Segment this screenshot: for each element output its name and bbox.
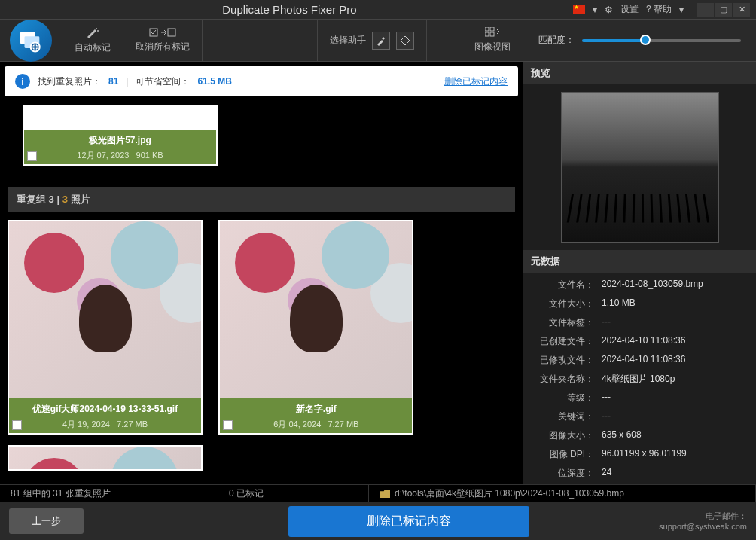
photo-thumbnail [220,221,412,398]
info-bar: i 找到重复照片： 81 | 可节省空间： 61.5 MB 删除已标记内容 [5,66,518,96]
svg-rect-9 [490,27,494,31]
language-flag-icon[interactable] [573,5,585,14]
group-header: 重复组 3 | 3 照片 [8,187,515,212]
meta-filetag: --- [602,316,748,329]
photo-card[interactable] [8,445,203,471]
delete-marked-link[interactable]: 删除已标记内容 [444,75,508,88]
assist-tool2-button[interactable] [396,32,414,50]
found-count: 81 [108,76,118,87]
meta-created: 2024-04-10 11:08:36 [602,335,748,348]
folder-icon [380,490,390,498]
photo-filename: 优速gif大师2024-04-19 13-33-51.gif [12,403,198,416]
status-path-cell: d:\tools\桌面\4k壁纸图片 1080p\2024-01-08_1030… [369,485,756,502]
svg-rect-7 [168,29,175,36]
status-marked: 0 已标记 [218,485,369,502]
delete-marked-button[interactable]: 删除已标记内容 [288,506,529,537]
settings-gear-icon[interactable]: ⚙ [605,5,613,15]
meta-folder: 4k壁纸图片 1080p [602,373,748,386]
meta-keywords: --- [602,410,748,423]
svg-rect-8 [485,27,489,31]
app-logo [0,20,62,61]
support-email: 电子邮件： support@systweak.com [659,511,747,532]
select-assist-group: 选择助手 [317,20,426,61]
photo-checkbox[interactable] [27,151,37,161]
preview-image [561,92,719,243]
image-view-button[interactable]: 图像视图 [462,20,523,61]
maximize-button[interactable]: ▢ [715,3,732,17]
photo-card[interactable]: 优速gif大师2024-04-19 13-33-51.gif 4月 19, 20… [8,220,203,435]
meta-filesize: 1.10 MB [602,297,748,310]
svg-point-4 [96,28,97,29]
help-link[interactable]: ? 帮助 [646,3,672,16]
svg-point-5 [97,30,99,32]
logo-icon [18,28,44,53]
photo-filename: 极光图片57.jpg [27,134,213,147]
close-button[interactable]: ✕ [733,3,750,17]
wand-icon [86,26,99,38]
photo-card[interactable]: 极光图片57.jpg 12月 07, 2023 901 KB [23,105,218,166]
status-bar: 81 组中的 31 张重复照片 0 已标记 d:\tools\桌面\4k壁纸图片… [0,484,756,502]
diamond-icon [400,35,410,46]
tools-icon [376,35,386,46]
photo-checkbox[interactable] [12,420,22,430]
svg-rect-11 [490,32,494,36]
slider-thumb[interactable] [640,35,651,45]
back-button[interactable]: 上一步 [9,508,84,534]
metadata-list: 文件名：2024-01-08_103059.bmp 文件大小：1.10 MB 文… [523,273,756,484]
found-label: 找到重复照片： [38,75,101,88]
auto-mark-button[interactable]: 自动标记 [62,20,123,61]
svg-rect-10 [485,32,489,36]
sidebar: 预览 元数据 文件名：2024-01-08_103059.bmp 文件大小：1.… [523,62,756,484]
meta-dpi: 96.01199 x 96.01199 [602,448,748,461]
settings-label[interactable]: 设置 [620,3,639,16]
meta-modified: 2024-04-10 11:08:36 [602,354,748,367]
photo-thumbnail [9,447,201,469]
grid-icon [485,27,500,38]
titlebar: Duplicate Photos Fixer Pro ▾ ⚙ 设置 ? 帮助 ▾… [0,0,756,20]
help-dropdown-icon[interactable]: ▾ [679,5,684,15]
metadata-header: 元数据 [523,250,756,273]
photo-filename: 新名字.gif [223,403,409,416]
language-dropdown-icon[interactable]: ▾ [593,5,597,15]
select-assist-label: 选择助手 [330,34,366,47]
savings-value: 61.5 MB [197,76,231,87]
preview-header: 预览 [523,62,756,84]
unmark-icon [149,27,176,38]
match-level-slider[interactable] [582,39,741,42]
app-title: Duplicate Photos Fixer Pro [6,3,573,16]
unmark-all-button[interactable]: 取消所有标记 [123,20,202,61]
toolbar: 自动标记 取消所有标记 选择助手 图像视图 匹配度： [0,20,756,62]
meta-filename: 2024-01-08_103059.bmp [602,279,748,291]
match-level-control: 匹配度： [523,20,756,61]
meta-dimensions: 635 x 608 [602,429,748,442]
meta-bitdepth: 24 [602,467,748,480]
minimize-button[interactable]: — [697,3,714,17]
photo-thumbnail [9,221,201,398]
match-level-label: 匹配度： [538,34,575,47]
meta-rating: --- [602,392,748,404]
footer: 上一步 删除已标记内容 电子邮件： support@systweak.com [0,502,756,540]
status-summary: 81 组中的 31 张重复照片 [0,485,218,502]
savings-label: 可节省空间： [136,75,190,88]
photo-checkbox[interactable] [223,420,233,430]
status-path: d:\tools\桌面\4k壁纸图片 1080p\2024-01-08_1030… [395,487,624,500]
results-scroll-area[interactable]: 极光图片57.jpg 12月 07, 2023 901 KB 重复组 3 | 3… [0,101,523,484]
info-icon: i [15,74,30,89]
photo-card[interactable]: 新名字.gif 6月 04, 2024 7.27 MB [218,220,413,435]
assist-tool1-button[interactable] [372,32,390,50]
